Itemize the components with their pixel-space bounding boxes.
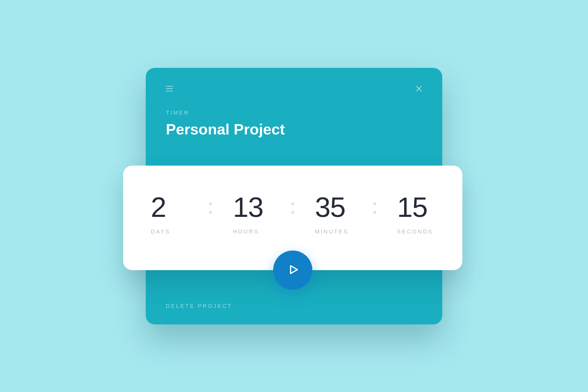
minutes-value: 35 <box>315 193 345 221</box>
seconds-value: 15 <box>397 193 427 221</box>
menu-icon[interactable] <box>166 86 173 91</box>
days-label: DAYS <box>151 228 170 235</box>
segment-minutes: 35 MINUTES <box>315 193 353 235</box>
separator-icon <box>291 193 294 214</box>
segment-hours: 13 HOURS <box>233 193 271 235</box>
timer-card: TIMER Personal Project 2 DAYS 13 HOURS 3… <box>146 68 442 324</box>
play-icon <box>286 264 299 276</box>
seconds-label: SECONDS <box>397 228 433 235</box>
hours-value: 13 <box>233 193 263 221</box>
project-title: Personal Project <box>166 121 422 138</box>
svg-marker-0 <box>291 266 298 273</box>
separator-icon <box>209 193 212 214</box>
eyebrow-label: TIMER <box>166 110 422 116</box>
timer-panel: 2 DAYS 13 HOURS 35 MINUTES 15 SECONDS <box>123 166 462 270</box>
card-header <box>166 85 422 92</box>
days-value: 2 <box>151 193 166 221</box>
hours-label: HOURS <box>233 228 259 235</box>
segment-days: 2 DAYS <box>151 193 188 235</box>
close-icon[interactable] <box>416 85 422 92</box>
minutes-label: MINUTES <box>315 228 349 235</box>
delete-project-link[interactable]: DELETE PROJECT <box>166 303 232 309</box>
play-button[interactable] <box>273 251 312 290</box>
separator-icon <box>373 193 376 214</box>
segment-seconds: 15 SECONDS <box>397 193 435 235</box>
